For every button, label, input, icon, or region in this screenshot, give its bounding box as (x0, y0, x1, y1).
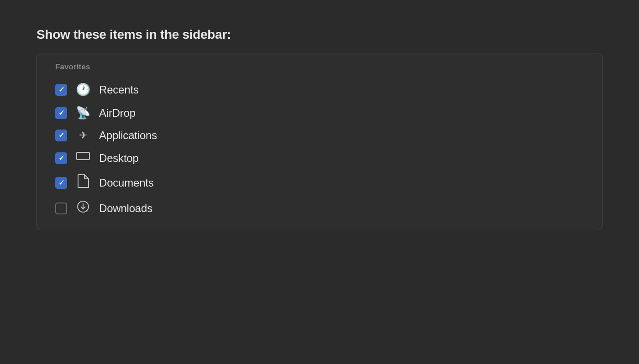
airdrop-icon: 📡 (75, 106, 91, 120)
desktop-label: Desktop (99, 152, 139, 165)
list-item-desktop[interactable]: Desktop (51, 146, 588, 170)
downloads-icon (75, 200, 91, 216)
list-item-documents[interactable]: Documents (51, 170, 588, 196)
svg-rect-0 (77, 152, 89, 160)
recents-label: Recents (99, 83, 139, 96)
checkbox-recents[interactable] (55, 84, 67, 96)
applications-icon: ✈ (75, 130, 91, 141)
checkbox-airdrop[interactable] (55, 107, 67, 119)
list-item-downloads[interactable]: Downloads (51, 196, 588, 221)
airdrop-label: AirDrop (99, 107, 136, 120)
documents-icon (75, 174, 91, 191)
documents-label: Documents (99, 177, 154, 189)
applications-label: Applications (99, 129, 157, 142)
list-item-airdrop[interactable]: 📡 AirDrop (51, 101, 588, 125)
list-item-applications[interactable]: ✈ Applications (51, 125, 588, 146)
checkbox-applications[interactable] (55, 130, 67, 141)
checkbox-desktop[interactable] (55, 152, 67, 164)
downloads-label: Downloads (99, 202, 152, 215)
checkbox-downloads[interactable] (55, 203, 67, 214)
section-title: Show these items in the sidebar: (37, 27, 602, 42)
sidebar-items-box: Favorites 🕐 Recents 📡 AirDrop ✈ Applicat… (37, 53, 602, 230)
recents-icon: 🕐 (75, 83, 91, 97)
page-container: Show these items in the sidebar: Favorit… (0, 0, 639, 364)
list-item-recents[interactable]: 🕐 Recents (51, 78, 588, 101)
checkbox-documents[interactable] (55, 177, 67, 189)
desktop-icon (75, 151, 91, 165)
favorites-category-label: Favorites (51, 62, 588, 72)
